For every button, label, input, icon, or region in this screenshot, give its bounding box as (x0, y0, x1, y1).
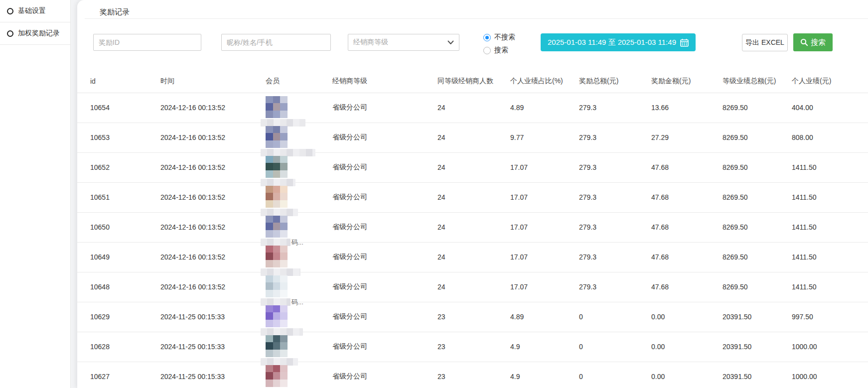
cell-member: 码... (266, 272, 332, 302)
cell-reward-total: 279.3 (579, 212, 651, 242)
cell-personal-performance: 808.00 (792, 123, 868, 152)
radio-search[interactable]: 搜索 (483, 45, 515, 56)
cell-personal-performance: 1411.50 (792, 152, 868, 182)
cell-personal-ratio: 4.9 (510, 332, 579, 362)
cell-peer-count: 23 (437, 332, 510, 362)
dealer-level-select-value: 经销商等级 (353, 38, 388, 47)
column-header: 经销商等级 (332, 70, 437, 93)
search-button[interactable]: 搜索 (793, 33, 833, 51)
cell-dealer-level: 省级分公司 (332, 212, 437, 242)
cell-personal-ratio: 17.07 (510, 272, 579, 302)
sidebar-item-label: 基础设置 (18, 6, 46, 15)
sidebar-item-weighted-reward-records[interactable]: 加权奖励记录 (0, 22, 70, 45)
cell-personal-ratio: 17.07 (510, 212, 579, 242)
cell-id: 10648 (77, 272, 160, 302)
cell-personal-performance: 1000.00 (792, 362, 868, 388)
cell-member (266, 152, 332, 182)
radio-selected-icon (483, 34, 491, 41)
cell-time: 2024-12-16 00:13:52 (160, 152, 266, 182)
cell-reward-total: 279.3 (579, 272, 651, 302)
nickname-input[interactable] (221, 34, 331, 51)
member-avatar-pixelated (266, 156, 288, 178)
sidebar-item-basic-settings[interactable]: 基础设置 (0, 0, 70, 22)
page-title: 奖励记录 (100, 7, 130, 17)
export-excel-button[interactable]: 导出 EXCEL (742, 34, 788, 51)
cell-member: 码... (266, 212, 332, 242)
cell-personal-performance: 1000.00 (792, 332, 868, 362)
date-range-button[interactable]: 2025-01-03 11:49 至 2025-01-03 11:49 (541, 33, 696, 51)
content-panel: 奖励记录 经销商等级 不搜索 搜索 (77, 0, 868, 388)
cell-reward-amount: 13.66 (651, 93, 723, 123)
column-header: 同等级经销商人数 (437, 70, 510, 93)
cell-personal-ratio: 4.89 (510, 93, 579, 123)
radio-no-search[interactable]: 不搜索 (483, 32, 515, 43)
member-name-blur (261, 119, 305, 127)
cell-peer-count: 24 (437, 93, 510, 123)
sidebar: 基础设置 加权奖励记录 (0, 0, 71, 388)
cell-reward-total: 279.3 (579, 182, 651, 212)
dealer-level-select[interactable]: 经销商等级 (348, 34, 459, 51)
cell-dealer-level: 省级分公司 (332, 362, 437, 388)
cell-personal-ratio: 17.07 (510, 242, 579, 272)
cell-level-total: 8269.50 (723, 182, 792, 212)
cell-level-total: 8269.50 (723, 93, 792, 123)
member-name-tail: 码... (291, 238, 303, 247)
member-name-blur (261, 209, 298, 216)
radio-search-label: 搜索 (494, 46, 508, 55)
cell-dealer-level: 省级分公司 (332, 242, 437, 272)
table-row: 106492024-12-16 00:13:52省级分公司2417.07279.… (77, 242, 868, 272)
cell-level-total: 8269.50 (723, 123, 792, 152)
cell-id: 10629 (77, 302, 160, 332)
column-header: 等级业绩总额(元) (723, 70, 792, 93)
cell-level-total: 8269.50 (723, 242, 792, 272)
member-name-blur (261, 268, 300, 276)
cell-dealer-level: 省级分公司 (332, 93, 437, 123)
column-header: 个人业绩(元) (792, 70, 868, 93)
column-header: 个人业绩占比(%) (510, 70, 579, 93)
cell-time: 2024-12-16 00:13:52 (160, 182, 266, 212)
cell-peer-count: 24 (437, 242, 510, 272)
column-header: 时间 (160, 70, 266, 93)
radio-no-search-label: 不搜索 (494, 33, 515, 42)
cell-peer-count: 23 (437, 302, 510, 332)
table-header-row: id时间会员经销商等级同等级经销商人数个人业绩占比(%)奖励总额(元)奖励金额(… (77, 70, 868, 93)
cell-id: 10652 (77, 152, 160, 182)
member-name-blur (261, 179, 295, 186)
search-button-label: 搜索 (811, 38, 826, 47)
member-avatar-pixelated (266, 126, 288, 148)
cell-peer-count: 24 (437, 182, 510, 212)
cell-id: 10628 (77, 332, 160, 362)
cell-time: 2024-12-16 00:13:52 (160, 272, 266, 302)
cell-id: 10651 (77, 182, 160, 212)
cell-personal-ratio: 4.89 (510, 302, 579, 332)
cell-personal-performance: 1411.50 (792, 272, 868, 302)
member-name-tail: 码... (291, 298, 303, 307)
radio-unselected-icon (483, 47, 491, 54)
column-header: 奖励总额(元) (579, 70, 651, 93)
cell-time: 2024-11-25 00:15:33 (160, 302, 266, 332)
column-header: 奖励金额(元) (651, 70, 723, 93)
date-range-value: 2025-01-03 11:49 至 2025-01-03 11:49 (548, 38, 676, 47)
cell-reward-amount: 0.00 (651, 302, 723, 332)
cell-time: 2024-12-16 00:13:52 (160, 212, 266, 242)
table-row: 106512024-12-16 00:13:52省级分公司2417.07279.… (77, 182, 868, 212)
cell-reward-amount: 27.29 (651, 123, 723, 152)
cell-personal-ratio: 9.77 (510, 123, 579, 152)
cell-personal-performance: 404.00 (792, 93, 868, 123)
cell-dealer-level: 省级分公司 (332, 302, 437, 332)
cell-id: 10653 (77, 123, 160, 152)
member-name-blur (261, 358, 298, 366)
cell-dealer-level: 省级分公司 (332, 123, 437, 152)
table-row: 106282024-11-25 00:15:33省级分公司234.900.002… (77, 332, 868, 362)
search-mode-radio-group: 不搜索 搜索 (483, 32, 515, 58)
member-name-blur (261, 239, 290, 246)
reward-id-input[interactable] (93, 34, 201, 51)
cell-level-total: 20391.50 (723, 332, 792, 362)
search-icon (800, 38, 808, 46)
cell-reward-total: 279.3 (579, 93, 651, 123)
cell-peer-count: 24 (437, 152, 510, 182)
calendar-icon (680, 38, 689, 47)
cell-member (266, 182, 332, 212)
cell-id: 10654 (77, 93, 160, 123)
cell-reward-total: 0 (579, 332, 651, 362)
